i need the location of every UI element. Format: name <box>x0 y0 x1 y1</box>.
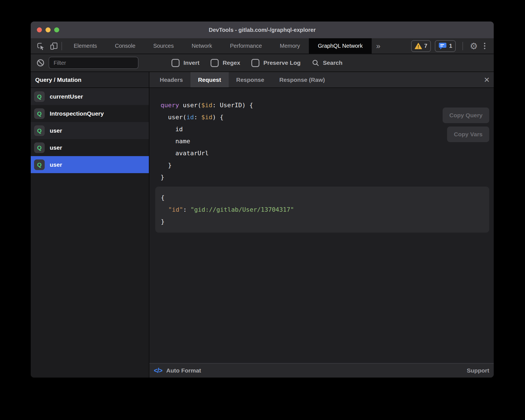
code-token: query <box>161 102 179 109</box>
list-item-label: currentUser <box>50 93 83 100</box>
tab-network[interactable]: Network <box>183 38 221 54</box>
code-token: user( <box>179 102 201 109</box>
tabbar-separator <box>61 42 62 50</box>
detail-footer: </> Auto Format Support <box>149 363 494 378</box>
copy-buttons: Copy Query Copy Vars <box>443 108 489 142</box>
preserve-log-label: Preserve Log <box>263 59 300 66</box>
more-options-icon[interactable] <box>482 43 488 49</box>
filter-input[interactable] <box>49 57 139 69</box>
list-item-label: user <box>50 144 62 151</box>
search-icon <box>312 59 319 67</box>
warning-icon <box>415 43 422 49</box>
regex-label: Regex <box>223 59 240 66</box>
code-line: avatarUrl <box>161 147 489 159</box>
code-token: } <box>161 162 172 169</box>
clear-icon[interactable] <box>36 59 45 67</box>
warnings-badge[interactable]: 7 <box>411 40 431 52</box>
code-line: name <box>161 135 489 147</box>
inspect-element-icon[interactable] <box>36 41 45 51</box>
controls-separator <box>462 42 463 50</box>
list-item-label: IntrospectionQuery <box>50 110 104 117</box>
tab-request[interactable]: Request <box>190 72 229 87</box>
code-token: name <box>161 138 190 145</box>
issues-count: 1 <box>449 43 452 49</box>
code-token <box>161 206 168 213</box>
support-link[interactable]: Support <box>467 367 489 374</box>
list-item-introspectionquery[interactable]: Q IntrospectionQuery <box>31 105 149 122</box>
code-token: : UserID) { <box>212 102 253 109</box>
code-token: "gid://gitlab/User/13704317" <box>190 206 294 213</box>
window-title: DevTools - gitlab.com/-/graphql-explorer <box>31 27 494 33</box>
query-type-icon: Q <box>34 142 45 153</box>
preserve-log-checkbox[interactable] <box>251 59 259 67</box>
tool-icons <box>31 38 59 54</box>
query-type-icon: Q <box>34 91 45 102</box>
copy-vars-button[interactable]: Copy Vars <box>447 127 489 142</box>
tab-sources[interactable]: Sources <box>144 38 183 54</box>
code-token: avatarUrl <box>161 150 209 157</box>
tabbar-right-controls: 7 1 ⚙ <box>411 38 494 54</box>
regex-option: Regex <box>211 59 240 67</box>
code-line: id <box>161 123 489 135</box>
tab-response-raw[interactable]: Response (Raw) <box>272 72 332 87</box>
request-body: query user($id: UserID) { user(id: $id) … <box>149 88 494 363</box>
code-token: { <box>161 194 164 201</box>
search-control[interactable]: Search <box>312 59 342 67</box>
code-line: "id": "gid://gitlab/User/13704317" <box>161 204 484 216</box>
code-line: } <box>161 171 489 183</box>
invert-checkbox[interactable] <box>171 59 180 67</box>
query-type-icon: Q <box>34 108 45 119</box>
preserve-log-option: Preserve Log <box>251 59 300 67</box>
settings-gear-icon[interactable]: ⚙ <box>470 42 478 51</box>
query-list-header: Query / Mutation <box>31 72 149 88</box>
code-token: id <box>187 114 194 121</box>
auto-format-button[interactable]: Auto Format <box>166 367 201 374</box>
more-tabs-icon[interactable]: » <box>372 38 385 54</box>
copy-query-button[interactable]: Copy Query <box>443 108 489 123</box>
tab-console[interactable]: Console <box>106 38 144 54</box>
device-toolbar-icon[interactable] <box>49 41 59 51</box>
code-token: } <box>161 174 164 181</box>
message-bubble-icon <box>438 42 447 50</box>
query-type-icon: Q <box>34 125 45 136</box>
code-token: } <box>161 218 164 225</box>
tab-performance[interactable]: Performance <box>221 38 271 54</box>
regex-checkbox[interactable] <box>211 59 219 67</box>
detail-tab-bar: Headers Request Response Response (Raw) … <box>149 72 494 88</box>
list-item-label: user <box>50 127 62 134</box>
tab-elements[interactable]: Elements <box>65 38 106 54</box>
code-line: user(id: $id) { <box>161 111 489 123</box>
code-token: $id <box>201 114 213 121</box>
code-line: } <box>161 159 489 171</box>
list-item-user-3-selected[interactable]: Q user <box>31 156 149 173</box>
list-item-user-1[interactable]: Q user <box>31 122 149 139</box>
list-item-label: user <box>50 161 62 168</box>
query-variables-box: { "id": "gid://gitlab/User/13704317"} <box>155 187 489 233</box>
tab-graphql-network[interactable]: GraphQL Network <box>309 38 371 54</box>
main-split: Query / Mutation Q currentUser Q Introsp… <box>31 72 494 378</box>
issues-badge[interactable]: 1 <box>435 40 456 52</box>
close-detail-icon[interactable]: ✕ <box>484 72 490 87</box>
code-token: user( <box>161 114 187 121</box>
request-detail-pane: Headers Request Response Response (Raw) … <box>149 72 494 378</box>
invert-option: Invert <box>171 59 199 67</box>
list-item-user-2[interactable]: Q user <box>31 139 149 156</box>
code-line: } <box>161 216 484 228</box>
devtools-tab-bar: Elements Console Sources Network Perform… <box>31 38 494 54</box>
tab-headers[interactable]: Headers <box>152 72 190 87</box>
code-token: $id <box>201 102 213 109</box>
query-list-pane: Query / Mutation Q currentUser Q Introsp… <box>31 72 149 378</box>
code-token: : <box>194 114 201 121</box>
code-token: id <box>161 126 183 133</box>
query-type-icon: Q <box>34 159 45 170</box>
tab-response[interactable]: Response <box>229 72 272 87</box>
code-line: { <box>161 192 484 204</box>
invert-label: Invert <box>183 59 199 66</box>
screenshot-canvas: DevTools - gitlab.com/-/graphql-explorer <box>0 0 525 420</box>
code-token: : <box>183 206 190 213</box>
list-item-currentuser[interactable]: Q currentUser <box>31 88 149 105</box>
search-label: Search <box>323 59 342 66</box>
tab-memory[interactable]: Memory <box>271 38 309 54</box>
graphql-query-code: query user($id: UserID) { user(id: $id) … <box>161 99 489 183</box>
code-token: "id" <box>168 206 183 213</box>
